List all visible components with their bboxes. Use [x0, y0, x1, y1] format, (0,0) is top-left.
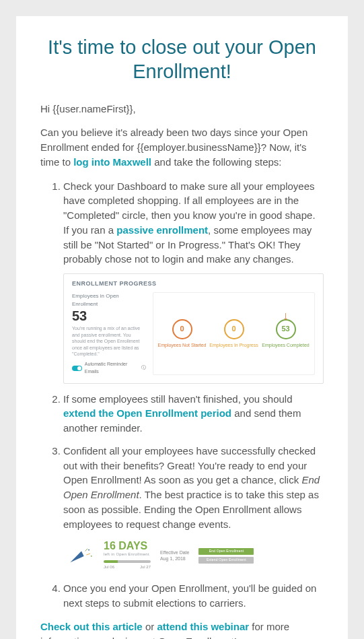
- login-link[interactable]: log into Maxwell: [73, 156, 151, 168]
- step-4: Once you end your Open Enrollment, you'l…: [63, 581, 324, 611]
- reminder-toggle: Automatic Reminder Emails ⓘ: [72, 361, 146, 374]
- stat-circle: 0: [172, 319, 192, 339]
- days-count: 16 DAYS: [104, 541, 151, 551]
- steps-list: Check your Dashboard to make sure all yo…: [40, 179, 324, 611]
- party-horn-icon: [69, 547, 94, 564]
- step-1: Check your Dashboard to make sure all yo…: [63, 179, 324, 384]
- effective-date-value: Aug 1, 2018: [160, 556, 189, 562]
- article-link[interactable]: Check out this article: [40, 621, 143, 632]
- enrollment-progress-card: ENROLLMENT PROGRESS Employees in Open En…: [63, 273, 324, 384]
- days-sublabel: left in Open Enrollment: [104, 551, 151, 558]
- webinar-link[interactable]: attend this webinar: [157, 621, 249, 632]
- svg-line-1: [85, 549, 88, 551]
- greeting: Hi {{user.nameFirst}},: [40, 102, 324, 116]
- passive-enrollment-link[interactable]: passive enrollment: [116, 224, 208, 236]
- employees-in-oe-label: Employees in Open Enrollment: [72, 292, 146, 308]
- days-left: 16 DAYS left in Open Enrollment Jul 06 J…: [104, 541, 151, 570]
- step-3: Confident all your employees have succes…: [63, 444, 324, 573]
- effective-date: Effective Date Aug 1, 2018: [160, 549, 189, 562]
- extend-oe-button: Extend Open Enrollment: [198, 557, 254, 564]
- svg-point-4: [91, 556, 92, 557]
- end-date: Jul 27: [140, 564, 151, 570]
- toggle-switch-icon: [72, 366, 82, 371]
- stat-not-started: 0 Employees Not Started: [156, 319, 207, 349]
- progress-bar: [104, 560, 151, 563]
- email-card: It's time to close out your Open Enrollm…: [16, 16, 348, 639]
- extend-oe-link[interactable]: extend the Open Enrollment period: [63, 407, 231, 419]
- stat-label: Employees Completed: [260, 342, 311, 349]
- start-date: Jul 06: [104, 564, 114, 570]
- stat-label: Employees Not Started: [156, 342, 207, 349]
- info-icon: ⓘ: [141, 364, 146, 371]
- oe-buttons: End Open Enrollment Extend Open Enrollme…: [198, 548, 254, 564]
- end-oe-button: End Open Enrollment: [198, 548, 254, 555]
- stat-circle: 0: [224, 319, 244, 339]
- effective-date-label: Effective Date: [160, 549, 189, 556]
- step-2: If some employees still haven't finished…: [63, 392, 324, 436]
- step-3-text-1: Confident all your employees have succes…: [63, 445, 316, 486]
- outro-paragraph: Check out this article or attend this we…: [40, 619, 324, 639]
- employees-total: 53: [72, 309, 146, 323]
- stat-label: Employees In Progress: [208, 342, 259, 349]
- oe-timeline-card: 16 DAYS left in Open Enrollment Jul 06 J…: [63, 538, 324, 572]
- intro-paragraph: Can you believe it's already been two da…: [40, 125, 324, 169]
- outro-mid: or: [143, 621, 157, 632]
- stat-completed: ↓ 53 Employees Completed: [260, 319, 311, 349]
- svg-point-3: [88, 549, 89, 551]
- step-4-text: Once you end your Open Enrollment, you'l…: [63, 581, 324, 611]
- arrow-down-icon: ↓: [283, 310, 289, 322]
- svg-line-2: [86, 553, 90, 555]
- svg-marker-0: [70, 551, 83, 563]
- toggle-label: Automatic Reminder Emails: [85, 361, 139, 374]
- intro-text-2: and take the following steps:: [151, 156, 281, 168]
- card-description: You're running a mix of an active and pa…: [72, 325, 146, 357]
- card-title: ENROLLMENT PROGRESS: [72, 279, 315, 288]
- page-title: It's time to close out your Open Enrollm…: [40, 35, 324, 84]
- stat-in-progress: 0 Employees In Progress: [208, 319, 259, 349]
- step-2-text-1: If some employees still haven't finished…: [63, 393, 293, 405]
